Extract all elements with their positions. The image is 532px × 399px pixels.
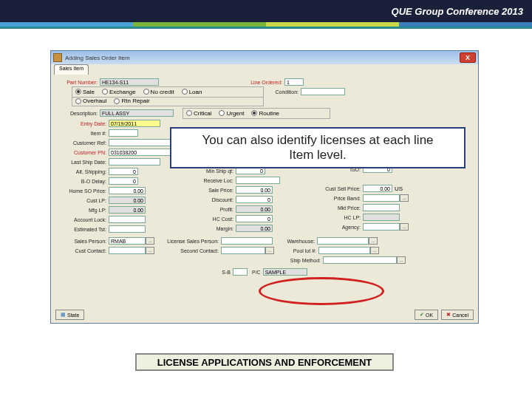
header-bar: QUE Group Conference 2013 [0, 0, 532, 22]
altship-input[interactable] [109, 168, 138, 175]
radio-exchange[interactable] [102, 89, 108, 95]
custref-input[interactable] [109, 139, 175, 146]
license-salesperson-label: License Sales Person: [154, 239, 221, 244]
custpn-input[interactable] [109, 149, 175, 156]
pband-label: Price Band: [311, 196, 363, 201]
shipmethod-input[interactable] [323, 256, 397, 264]
secondcontact-label: Second Contact: [154, 248, 221, 253]
cancel-button[interactable]: ✖Cancel [441, 310, 474, 320]
custref-label: Customer Ref: [57, 140, 109, 146]
entry-date-input[interactable] [109, 120, 160, 127]
radio-routine[interactable] [251, 110, 257, 116]
close-button[interactable]: X [460, 52, 476, 63]
salep-input[interactable] [236, 186, 273, 194]
lastship-label: Last Ship Date: [57, 160, 109, 165]
salesperson-input[interactable] [109, 237, 146, 245]
custsell-label: Cust Sell Price: [311, 186, 363, 191]
lastship-input[interactable] [109, 158, 160, 166]
mktprice-input[interactable] [363, 204, 400, 211]
radio-loan[interactable] [182, 89, 188, 95]
custcontact-label: Cust Contact: [57, 248, 109, 253]
form-body: Part Number: Line Ordered: Sale Exchange… [51, 75, 478, 311]
hclp-input[interactable] [363, 214, 400, 221]
acctlock-label: Account Lock: [57, 217, 109, 222]
acctlock-input[interactable] [109, 216, 146, 223]
condition-input[interactable] [301, 88, 345, 95]
slide-footer-badge: LICENSE APPLICATIONS AND ENFORCEMENT [135, 353, 394, 371]
warehouse-input[interactable] [317, 237, 369, 245]
item-input[interactable] [109, 129, 138, 137]
homeso-label: Home SO Price: [57, 188, 109, 194]
part-number-label: Part Number: [57, 80, 100, 85]
conference-title: QUE Group Conference 2013 [392, 6, 523, 17]
secondcontact-lookup-button[interactable]: ... [265, 247, 274, 254]
sb-label: S-B [222, 270, 233, 275]
radio-critical[interactable] [186, 110, 192, 116]
radio-sale[interactable] [75, 89, 81, 95]
state-button[interactable]: ▦State [55, 310, 84, 320]
dialog-window: Adding Sales Order Item X Sales Item Par… [50, 50, 479, 324]
pc-input[interactable] [263, 268, 307, 276]
agency-label: Agency: [311, 225, 363, 230]
pband-input[interactable] [363, 194, 400, 202]
hccost-input[interactable] [236, 215, 273, 222]
homeso-input[interactable] [109, 187, 146, 194]
currency-label: US [395, 185, 403, 192]
margin-input[interactable] [236, 225, 273, 232]
custlp-input[interactable] [109, 197, 146, 204]
header-stripes [0, 22, 532, 27]
bodel-input[interactable] [109, 177, 138, 185]
sb-input[interactable] [233, 268, 248, 276]
radio-urgent[interactable] [219, 110, 225, 116]
custlp-label: Cust LP: [57, 198, 109, 203]
pband-lookup-button[interactable]: ... [400, 194, 409, 202]
radio-nocredit[interactable] [143, 89, 149, 95]
button-bar: ▦State ✔OK ✖Cancel [51, 308, 478, 321]
shipmethod-lookup-button[interactable]: ... [397, 256, 406, 264]
annotation-callout: You can also identify licenses at each l… [170, 127, 466, 168]
recloc-label: Receive Loc: [191, 178, 236, 183]
tab-strip: Sales Item [51, 64, 478, 75]
app-icon [53, 53, 62, 62]
bodel-label: B-O Delay: [57, 179, 109, 184]
ok-button[interactable]: ✔OK [415, 310, 438, 320]
type-group-2: Overhaul Rtn Repair [72, 96, 264, 106]
estturn-input[interactable] [109, 225, 146, 233]
license-salesperson-input[interactable] [221, 237, 273, 245]
mid-disc-input[interactable] [236, 196, 273, 203]
mid-disc-label: Discount: [191, 197, 236, 202]
shipmethod-label: Ship Method: [279, 258, 323, 263]
agency-input[interactable] [363, 223, 400, 231]
note-icon: ▦ [61, 312, 66, 318]
secondcontact-input[interactable] [221, 247, 265, 254]
salesperson-lookup-button[interactable]: ... [146, 237, 154, 245]
poollot-input[interactable] [318, 247, 370, 254]
entry-date-label: Entry Date: [57, 121, 109, 126]
radio-overhaul[interactable] [75, 98, 81, 104]
recloc-input[interactable] [236, 177, 280, 184]
mfglp-input[interactable] [109, 206, 146, 214]
profit-input[interactable] [236, 205, 273, 213]
hclp-label: HC LP: [311, 215, 363, 220]
part-number-input[interactable] [100, 78, 159, 86]
line-ordered-input[interactable] [284, 78, 304, 86]
hccost-label: HC Cost: [191, 216, 236, 222]
poollot-lookup-button[interactable]: ... [370, 247, 379, 254]
salep-label: Sale Price: [191, 188, 236, 193]
minship-label: Min Ship qt: [191, 168, 236, 174]
line-ordered-label: Line Ordered: [159, 80, 284, 85]
estturn-label: Estimated Tst: [57, 227, 109, 232]
poollot-label: Pool lot #: [274, 248, 318, 253]
tab-sales-item[interactable]: Sales Item [54, 64, 89, 75]
warehouse-lookup-button[interactable]: ... [369, 237, 378, 245]
radio-repair[interactable] [114, 98, 120, 104]
description-input[interactable] [100, 109, 174, 117]
custcontact-input[interactable] [109, 247, 146, 254]
altship-label: Alt. Shipping: [57, 169, 109, 174]
custcontact-lookup-button[interactable]: ... [146, 247, 154, 254]
custsell-input[interactable] [363, 185, 392, 192]
window-title: Adding Sales Order Item [65, 55, 460, 61]
priority-group: Critical Urgent Routine [183, 108, 330, 119]
agency-lookup-button[interactable]: ... [400, 223, 409, 231]
mfglp-label: Mfg LP: [57, 208, 109, 213]
